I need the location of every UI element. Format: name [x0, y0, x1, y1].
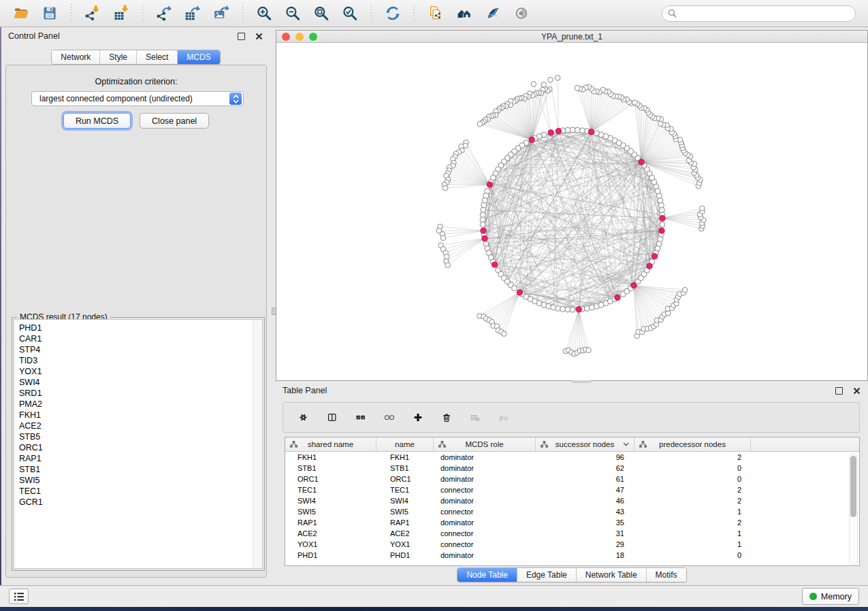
- run-mcds-button[interactable]: Run MCDS: [63, 113, 131, 129]
- apply-function-icon: f(x): [498, 408, 509, 427]
- cell: ACE2: [285, 529, 376, 538]
- column-type-icon: [290, 441, 298, 448]
- export-table-button[interactable]: [180, 3, 205, 24]
- task-history-button[interactable]: [9, 589, 29, 604]
- table-row[interactable]: PHD1PHD1dominator180: [285, 550, 859, 561]
- tab-network-table[interactable]: Network Table: [577, 568, 647, 582]
- cell: ACE2: [376, 529, 434, 538]
- cell: SWI4: [285, 497, 376, 505]
- mcds-result-item[interactable]: TID3: [19, 355, 253, 366]
- control-panel-close-button[interactable]: [254, 31, 263, 41]
- network-window-title: YPA_prune.txt_1: [276, 32, 867, 42]
- cell: TEC1: [376, 486, 434, 494]
- tab-node-table[interactable]: Node Table: [457, 568, 517, 582]
- mcds-result-item[interactable]: STB1: [19, 464, 253, 475]
- search-input[interactable]: [680, 8, 850, 19]
- tab-select[interactable]: Select: [137, 50, 178, 64]
- table-panel-resize-handle[interactable]: [572, 380, 591, 383]
- control-panel-float-button[interactable]: [236, 31, 246, 41]
- table-vertical-scrollbar[interactable]: [849, 454, 858, 565]
- mcds-result-item[interactable]: CAR1: [19, 333, 253, 344]
- refresh-button[interactable]: [381, 3, 405, 24]
- tab-edge-table[interactable]: Edge Table: [517, 568, 577, 582]
- tab-mcds[interactable]: MCDS: [178, 50, 219, 64]
- mcds-result-item[interactable]: SWI4: [19, 377, 253, 388]
- float-icon: [835, 387, 843, 395]
- column-header-shared-name[interactable]: shared name: [285, 437, 376, 451]
- tab-network[interactable]: Network: [52, 50, 100, 64]
- zoom-in-button[interactable]: [252, 3, 276, 24]
- add-row-button[interactable]: [408, 408, 428, 428]
- destroy-table-button: [466, 408, 485, 428]
- delete-rows-icon: [441, 408, 452, 427]
- mcds-result-item[interactable]: RAP1: [19, 453, 253, 464]
- tab-motifs[interactable]: Motifs: [647, 568, 686, 582]
- zoom-selected-button[interactable]: [338, 3, 362, 24]
- control-panel-title: Control Panel: [8, 31, 60, 41]
- table-row[interactable]: SWI4SWI4dominator462: [285, 495, 859, 506]
- table-row[interactable]: TEC1TEC1connector472: [285, 484, 859, 495]
- toggle-columns-button[interactable]: [323, 408, 342, 428]
- column-header-predecessor-nodes[interactable]: predecessor nodes: [634, 437, 751, 451]
- mcds-result-item[interactable]: YOX1: [19, 366, 253, 377]
- table-row[interactable]: STB1STB1dominator620: [285, 463, 859, 474]
- mcds-result-item[interactable]: STP4: [19, 344, 253, 355]
- cell: SWI5: [285, 508, 376, 516]
- home-button[interactable]: [452, 3, 477, 24]
- deselect-all-button[interactable]: [380, 408, 399, 428]
- hide-graphics-button[interactable]: [481, 3, 505, 24]
- toolbar-separator: [142, 4, 143, 23]
- cell: 1: [634, 508, 751, 516]
- select-all-button[interactable]: [351, 408, 370, 428]
- network-view-canvas[interactable]: [276, 43, 867, 380]
- table-panel-close-button[interactable]: [852, 386, 861, 395]
- mcds-result-item[interactable]: ORC1: [19, 442, 253, 453]
- open-file-button[interactable]: [9, 3, 33, 24]
- table-row[interactable]: RAP1RAP1dominator352: [285, 517, 859, 528]
- table-panel-float-button[interactable]: [834, 386, 843, 395]
- import-table-button[interactable]: [109, 3, 133, 24]
- float-icon: [238, 33, 245, 40]
- table-row[interactable]: ORC1ORC1dominator610: [285, 474, 859, 484]
- zoom-fit-button[interactable]: [309, 3, 334, 24]
- delete-rows-button[interactable]: [437, 408, 456, 428]
- cell: dominator: [434, 518, 536, 527]
- cell: FKH1: [376, 453, 434, 461]
- table-row[interactable]: SWI5SWI5connector431: [285, 506, 859, 517]
- cell: SWI5: [376, 508, 434, 516]
- mcds-result-item[interactable]: PHD1: [19, 323, 253, 333]
- memory-button[interactable]: Memory: [802, 588, 859, 605]
- export-image-button[interactable]: [209, 3, 234, 24]
- duplicate-network-button[interactable]: [423, 3, 448, 24]
- column-header-successor-nodes[interactable]: successor nodes: [536, 437, 634, 451]
- cell: dominator: [434, 453, 536, 461]
- table-row[interactable]: ACE2ACE2connector311: [285, 528, 859, 539]
- zoom-out-button[interactable]: [280, 3, 305, 24]
- toolbar-separator: [414, 4, 415, 23]
- column-type-icon: [541, 441, 548, 448]
- save-session-button[interactable]: [37, 3, 62, 24]
- mcds-result-item[interactable]: STB5: [19, 431, 253, 442]
- mcds-result-scrollbar[interactable]: [253, 320, 262, 568]
- mcds-result-item[interactable]: ACE2: [19, 420, 253, 431]
- mcds-result-item[interactable]: SWI5: [19, 475, 253, 486]
- mcds-result-item[interactable]: FKH1: [19, 410, 253, 420]
- add-row-icon: [413, 408, 423, 427]
- show-graphics-button[interactable]: [509, 3, 534, 24]
- cell: 2: [634, 486, 751, 494]
- scrollbar-thumb[interactable]: [850, 456, 856, 517]
- table-row[interactable]: FKH1FKH1dominator962: [285, 452, 859, 463]
- mcds-result-item[interactable]: TEC1: [19, 486, 253, 497]
- column-header-name[interactable]: name: [376, 437, 434, 451]
- mcds-result-item[interactable]: PMA2: [19, 399, 253, 410]
- optimization-criterion-select[interactable]: largest connected component (undirected): [31, 91, 244, 106]
- close-panel-button[interactable]: Close panel: [140, 113, 209, 129]
- mcds-result-item[interactable]: GCR1: [19, 497, 253, 508]
- import-network-button[interactable]: [80, 3, 105, 24]
- export-network-button[interactable]: [152, 3, 176, 24]
- mcds-result-item[interactable]: SRD1: [19, 388, 253, 399]
- table-row[interactable]: YOX1YOX1connector291: [285, 539, 859, 550]
- column-header-MCDS-role[interactable]: MCDS role: [434, 437, 536, 451]
- tab-style[interactable]: Style: [100, 50, 137, 64]
- settings-button[interactable]: [294, 408, 313, 428]
